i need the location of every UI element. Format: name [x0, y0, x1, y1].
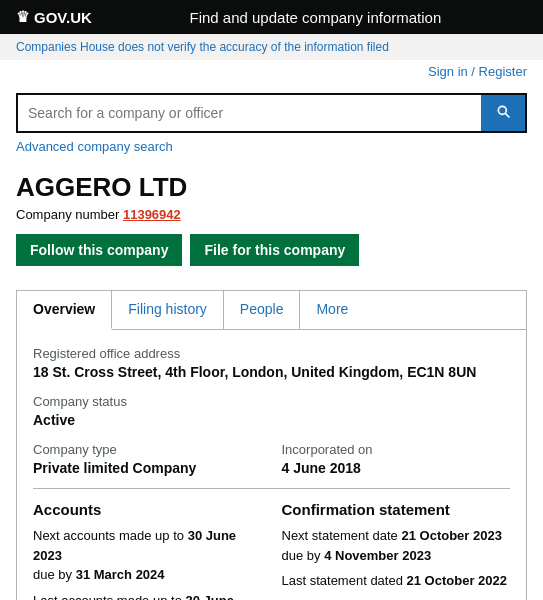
- warning-link[interactable]: Companies House does not verify the accu…: [16, 40, 389, 54]
- company-section: AGGERO LTD Company number 11396942 Follo…: [0, 160, 543, 290]
- accounts-next-due-date: 31 March 2024: [76, 567, 165, 582]
- registered-office-label: Registered office address: [33, 346, 510, 361]
- tab-content-overview: Registered office address 18 St. Cross S…: [17, 330, 526, 600]
- accounts-next-due-prefix: due by: [33, 567, 72, 582]
- tabs-nav: Overview Filing history People More: [17, 291, 526, 330]
- gov-logo-text: GOV.UK: [34, 9, 92, 26]
- advanced-search-link[interactable]: Advanced company search: [16, 139, 527, 154]
- accounts-next-row: Next accounts made up to 30 June 2023 du…: [33, 526, 262, 585]
- company-number-row: Company number 11396942: [16, 207, 527, 222]
- company-status-value: Active: [33, 412, 510, 428]
- accounts-last-row: Last accounts made up to 30 June 2022: [33, 591, 262, 601]
- signin-bar: Sign in / Register: [0, 60, 543, 83]
- tab-filing-history[interactable]: Filing history: [112, 291, 224, 329]
- crown-icon: ♛: [16, 8, 29, 26]
- warning-banner: Companies House does not verify the accu…: [0, 34, 543, 60]
- type-incorporated-row: Company type Private limited Company Inc…: [33, 442, 510, 476]
- divider-1: [33, 488, 510, 489]
- company-type-section: Company type Private limited Company: [33, 442, 262, 476]
- incorporated-section: Incorporated on 4 June 2018: [282, 442, 511, 476]
- search-button[interactable]: [481, 95, 525, 131]
- search-row: [16, 93, 527, 133]
- gov-header: ♛ GOV.UK Find and update company informa…: [0, 0, 543, 34]
- confirmation-last-date: 21 October 2022: [407, 573, 507, 588]
- incorporated-label: Incorporated on: [282, 442, 511, 457]
- search-input[interactable]: [18, 95, 481, 131]
- confirmation-next-row: Next statement date 21 October 2023 due …: [282, 526, 511, 565]
- company-status-section: Company status Active: [33, 394, 510, 428]
- confirmation-next-due-date: 4 November 2023: [324, 548, 431, 563]
- gov-logo: ♛ GOV.UK: [16, 8, 92, 26]
- accounts-section: Accounts Next accounts made up to 30 Jun…: [33, 501, 262, 600]
- confirmation-last-row: Last statement dated 21 October 2022: [282, 571, 511, 591]
- header-title: Find and update company information: [104, 9, 527, 26]
- accounts-confirmation-row: Accounts Next accounts made up to 30 Jun…: [33, 501, 510, 600]
- signin-link[interactable]: Sign in / Register: [428, 64, 527, 79]
- company-name: AGGERO LTD: [16, 172, 527, 203]
- accounts-next-label: Next accounts made up to: [33, 528, 184, 543]
- company-type-label: Company type: [33, 442, 262, 457]
- search-section: Advanced company search: [0, 83, 543, 160]
- tab-more[interactable]: More: [300, 291, 364, 329]
- company-type-value: Private limited Company: [33, 460, 262, 476]
- confirmation-next-due-prefix: due by: [282, 548, 321, 563]
- tab-overview[interactable]: Overview: [17, 291, 112, 330]
- search-icon: [495, 103, 511, 119]
- file-company-button[interactable]: File for this company: [190, 234, 359, 266]
- accounts-title: Accounts: [33, 501, 262, 518]
- confirmation-next-label: Next statement date: [282, 528, 398, 543]
- confirmation-last-label: Last statement dated: [282, 573, 403, 588]
- company-number-label: Company number: [16, 207, 119, 222]
- tabs-container: Overview Filing history People More Regi…: [16, 290, 527, 600]
- company-status-label: Company status: [33, 394, 510, 409]
- confirmation-title: Confirmation statement: [282, 501, 511, 518]
- tab-people[interactable]: People: [224, 291, 301, 329]
- registered-office-section: Registered office address 18 St. Cross S…: [33, 346, 510, 380]
- confirmation-section: Confirmation statement Next statement da…: [282, 501, 511, 600]
- action-buttons: Follow this company File for this compan…: [16, 234, 527, 266]
- accounts-last-label: Last accounts made up to: [33, 593, 182, 601]
- follow-company-button[interactable]: Follow this company: [16, 234, 182, 266]
- company-number-link[interactable]: 11396942: [123, 207, 181, 222]
- incorporated-value: 4 June 2018: [282, 460, 511, 476]
- registered-office-value: 18 St. Cross Street, 4th Floor, London, …: [33, 364, 510, 380]
- confirmation-next-date: 21 October 2023: [401, 528, 501, 543]
